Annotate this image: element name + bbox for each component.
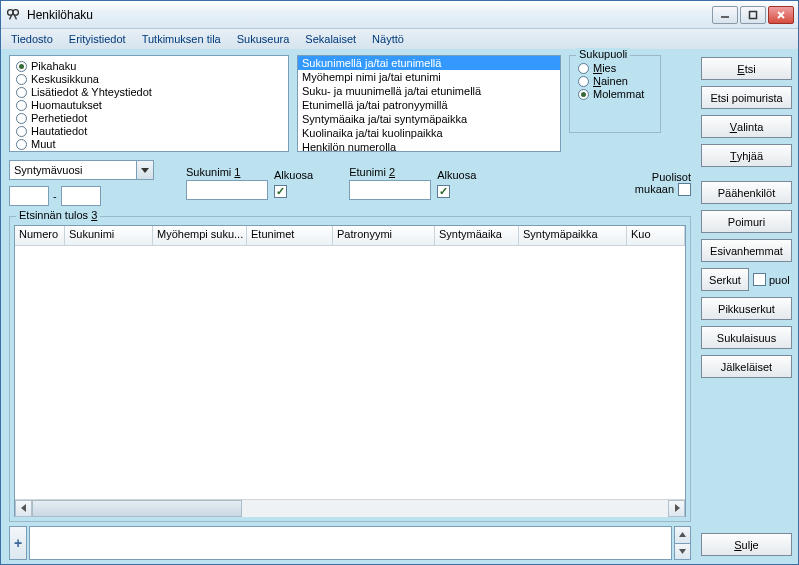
radio-icon: [578, 89, 589, 100]
col-kuo[interactable]: Kuo: [627, 226, 685, 246]
list-item[interactable]: Etunimellä ja/tai patronyymillä: [298, 98, 560, 112]
puolisot-checkbox[interactable]: [678, 183, 691, 196]
col-etunimet[interactable]: Etunimet: [247, 226, 333, 246]
etsi-poimurista-button[interactable]: Etsi poimurista: [701, 86, 792, 109]
radio-nainen[interactable]: Nainen: [578, 75, 652, 87]
col-syntymapaikka[interactable]: Syntymäpaikka: [519, 226, 627, 246]
filter-row: - Sukunimi 1 Alkuosa Etu: [9, 160, 691, 206]
year-to-input[interactable]: [61, 186, 101, 206]
app-window: Henkilöhaku Tiedosto Erityistiedot Tutki…: [0, 0, 799, 565]
scroll-left-icon[interactable]: [15, 500, 32, 517]
menu-naytto[interactable]: Näyttö: [364, 29, 412, 49]
menu-erityistiedot[interactable]: Erityistiedot: [61, 29, 134, 49]
svg-marker-10: [679, 532, 686, 537]
col-syntymaaika[interactable]: Syntymäaika: [435, 226, 519, 246]
sukulaisuus-button[interactable]: Sukulaisuus: [701, 326, 792, 349]
puol-label: puol: [769, 274, 790, 286]
sukunimi-input[interactable]: [186, 180, 268, 200]
alkuosa1-checkbox[interactable]: [274, 185, 287, 198]
svg-marker-11: [679, 549, 686, 554]
menu-sukuseura[interactable]: Sukuseura: [229, 29, 298, 49]
close-button[interactable]: [768, 6, 794, 24]
radio-label: Lisätiedot & Yhteystiedot: [31, 86, 152, 98]
radio-pikahaku[interactable]: Pikahaku: [16, 60, 282, 72]
paahenkilot-button[interactable]: Päähenkilöt: [701, 181, 792, 204]
menu-tutkimuksen-tila[interactable]: Tutkimuksen tila: [134, 29, 229, 49]
puol-block: puol: [753, 273, 790, 286]
serkut-row: Serkut puol: [701, 268, 792, 291]
radio-lisatiedot[interactable]: Lisätiedot & Yhteystiedot: [16, 86, 282, 98]
puolisot-label1: Puolisot: [652, 171, 691, 183]
etunimi-label: Etunimi 2: [349, 166, 431, 178]
radio-label: Huomautukset: [31, 99, 102, 111]
menu-tiedosto[interactable]: Tiedosto: [3, 29, 61, 49]
year-from-input[interactable]: [9, 186, 49, 206]
radio-icon: [16, 126, 27, 137]
poimuri-button[interactable]: Poimuri: [701, 210, 792, 233]
alkuosa1-label: Alkuosa: [274, 169, 313, 181]
puolisot-block: Puolisot mukaan: [635, 171, 691, 196]
col-patronyymi[interactable]: Patronyymi: [333, 226, 435, 246]
list-item[interactable]: Suku- ja muunimellä ja/tai etunimellä: [298, 84, 560, 98]
sukunimi-block: Sukunimi 1: [186, 166, 268, 200]
list-item[interactable]: Sukunimellä ja/tai etunimellä: [298, 56, 560, 70]
radio-mies[interactable]: Mies: [578, 62, 652, 74]
col-numero[interactable]: Numero: [15, 226, 65, 246]
combo-syntymavuosi[interactable]: [9, 160, 154, 180]
spin-down-icon[interactable]: [674, 543, 691, 561]
table-header: Numero Sukunimi Myöhempi suku... Etunime…: [15, 226, 685, 246]
list-item[interactable]: Syntymäaika ja/tai syntymäpaikka: [298, 112, 560, 126]
horizontal-scrollbar[interactable]: [15, 499, 685, 516]
chevron-down-icon[interactable]: [137, 160, 154, 180]
window-controls: [712, 6, 794, 24]
alkuosa2-checkbox[interactable]: [437, 185, 450, 198]
pikkuserkut-button[interactable]: Pikkuserkut: [701, 297, 792, 320]
window-title: Henkilöhaku: [27, 8, 712, 22]
maximize-button[interactable]: [740, 6, 766, 24]
radio-icon: [16, 61, 27, 72]
radio-icon: [16, 87, 27, 98]
svg-rect-5: [750, 11, 757, 18]
add-button[interactable]: +: [9, 526, 27, 560]
radio-icon: [578, 63, 589, 74]
valinta-button[interactable]: Valinta: [701, 115, 792, 138]
scroll-thumb[interactable]: [32, 500, 242, 517]
notes-textarea[interactable]: [29, 526, 672, 560]
spin-up-icon[interactable]: [674, 526, 691, 543]
etsi-button[interactable]: Etsi: [701, 57, 792, 80]
table-body[interactable]: [15, 246, 685, 499]
radio-muut[interactable]: Muut: [16, 138, 282, 150]
radio-label: Pikahaku: [31, 60, 76, 72]
alkuosa2-block: Alkuosa: [437, 169, 476, 198]
minimize-button[interactable]: [712, 6, 738, 24]
list-item[interactable]: Kuolinaika ja/tai kuolinpaikka: [298, 126, 560, 140]
radio-huomautukset[interactable]: Huomautukset: [16, 99, 282, 111]
menu-sekalaiset[interactable]: Sekalaiset: [297, 29, 364, 49]
serkut-button[interactable]: Serkut: [701, 268, 749, 291]
gender-fieldset: Sukupuoli Mies Nainen Molemmat: [569, 55, 661, 133]
results-table[interactable]: Numero Sukunimi Myöhempi suku... Etunime…: [14, 225, 686, 517]
list-item[interactable]: Myöhempi nimi ja/tai etunimi: [298, 70, 560, 84]
list-item[interactable]: Henkilön numerolla: [298, 140, 560, 152]
sulje-button[interactable]: Sulje: [701, 533, 792, 556]
radio-hautatiedot[interactable]: Hautatiedot: [16, 125, 282, 137]
client-area: Pikahaku Keskusikkuna Lisätiedot & Yhtey…: [1, 49, 798, 564]
radio-label: Hautatiedot: [31, 125, 87, 137]
radio-perhetiedot[interactable]: Perhetiedot: [16, 112, 282, 124]
bottom-bar: +: [9, 526, 691, 560]
scroll-track[interactable]: [32, 500, 668, 517]
radio-label: Perhetiedot: [31, 112, 87, 124]
radio-keskusikkuna[interactable]: Keskusikkuna: [16, 73, 282, 85]
criteria-listbox[interactable]: Sukunimellä ja/tai etunimellä Myöhempi n…: [297, 55, 561, 152]
esivanhemmat-button[interactable]: Esivanhemmat: [701, 239, 792, 262]
jalkelaiset-button[interactable]: Jälkeläiset: [701, 355, 792, 378]
col-sukunimi[interactable]: Sukunimi: [65, 226, 153, 246]
top-row: Pikahaku Keskusikkuna Lisätiedot & Yhtey…: [9, 55, 691, 152]
puol-checkbox[interactable]: [753, 273, 766, 286]
combo-input[interactable]: [9, 160, 137, 180]
tyhjaa-button[interactable]: Tyhjää: [701, 144, 792, 167]
scroll-right-icon[interactable]: [668, 500, 685, 517]
col-myohempi[interactable]: Myöhempi suku...: [153, 226, 247, 246]
etunimi-input[interactable]: [349, 180, 431, 200]
radio-molemmat[interactable]: Molemmat: [578, 88, 652, 100]
